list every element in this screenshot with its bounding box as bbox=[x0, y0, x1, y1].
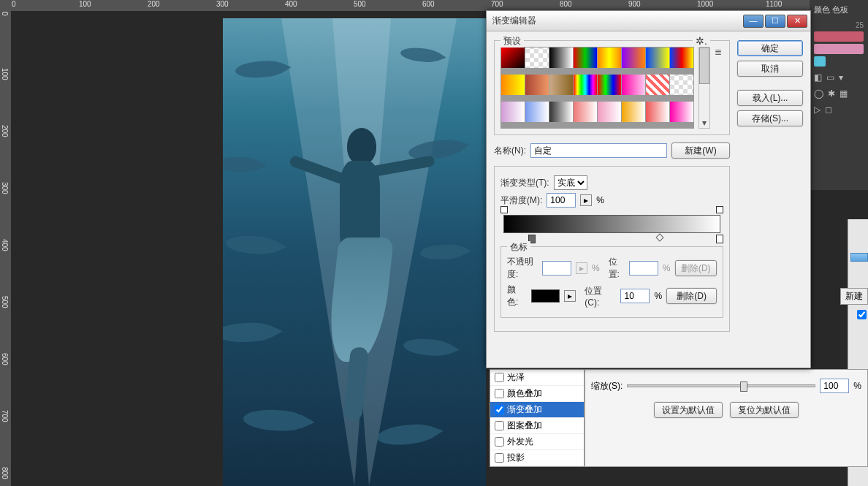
preset-swatch[interactable] bbox=[501, 102, 525, 122]
fx-checkbox[interactable] bbox=[495, 453, 504, 463]
load-button[interactable]: 载入(L)... bbox=[737, 90, 803, 106]
mask-icon[interactable]: ▭ bbox=[826, 72, 834, 83]
dialog-titlebar[interactable]: 渐变编辑器 — ☐ ✕ bbox=[487, 11, 810, 31]
position-label: 位置: bbox=[609, 256, 625, 281]
preset-swatch[interactable] bbox=[598, 75, 621, 95]
preset-swatch[interactable] bbox=[646, 48, 669, 68]
adjustments-icon[interactable]: ◧ bbox=[814, 72, 822, 83]
chevron-down-icon[interactable]: ▾ bbox=[839, 72, 843, 83]
preset-swatch[interactable] bbox=[598, 102, 621, 122]
gradient-editor-dialog: 渐变编辑器 — ☐ ✕ 预设 ✲. ▴ ▾ ≣ bbox=[486, 10, 811, 368]
preset-swatch[interactable] bbox=[549, 48, 573, 68]
preset-swatch[interactable] bbox=[622, 75, 645, 95]
opacity-stop-left[interactable] bbox=[500, 206, 508, 213]
color-swatch[interactable] bbox=[814, 31, 864, 42]
document-canvas[interactable] bbox=[223, 18, 486, 486]
fx-item-gradient-overlay[interactable]: 渐变叠加 bbox=[490, 402, 584, 418]
smoothness-label: 平滑度(M): bbox=[500, 194, 542, 207]
color-label: 颜色: bbox=[507, 284, 527, 308]
fx-item-drop-shadow[interactable]: 投影 bbox=[490, 450, 584, 466]
gradient-type-select[interactable]: 实底 bbox=[554, 175, 587, 190]
preset-swatch[interactable] bbox=[501, 48, 525, 68]
triangle-icon[interactable]: ▷ bbox=[814, 105, 821, 115]
dialog-title: 渐变编辑器 bbox=[492, 15, 743, 27]
fx-checkbox[interactable] bbox=[495, 389, 504, 398]
midpoint-diamond[interactable] bbox=[655, 233, 663, 241]
grid-icon[interactable]: ▦ bbox=[840, 88, 848, 99]
preset-swatch[interactable] bbox=[598, 48, 621, 68]
fx-checkbox[interactable] bbox=[495, 405, 504, 414]
preset-swatch[interactable] bbox=[574, 48, 597, 68]
square-icon[interactable]: ◻ bbox=[825, 105, 832, 115]
delete-stop-button-2[interactable]: 删除(D) bbox=[666, 288, 717, 304]
fx-checkbox[interactable] bbox=[495, 421, 504, 430]
scale-slider[interactable] bbox=[627, 384, 815, 387]
color-group-icon[interactable]: ✱ bbox=[828, 88, 835, 99]
ok-button[interactable]: 确定 bbox=[737, 40, 803, 56]
gear-icon[interactable]: ✲. bbox=[693, 35, 710, 47]
scrollbar-thumb[interactable] bbox=[699, 48, 709, 84]
minimize-button[interactable]: — bbox=[743, 15, 764, 28]
checkbox-hint[interactable] bbox=[857, 310, 867, 322]
stops-fieldset: 色标 不透明度: ▸ % 位置: % 删除(D) 颜色: bbox=[500, 246, 723, 318]
cancel-button[interactable]: 取消 bbox=[737, 61, 803, 77]
preset-swatch[interactable] bbox=[646, 102, 669, 122]
panel-tabs[interactable]: 颜色 色板 bbox=[814, 4, 864, 15]
scale-label: 缩放(S): bbox=[591, 380, 623, 392]
presets-fieldset: 预设 ✲. ▴ ▾ ≣ bbox=[494, 40, 730, 135]
preset-swatch[interactable] bbox=[549, 75, 573, 95]
preset-swatch[interactable] bbox=[670, 102, 693, 122]
opacity-stop-right[interactable] bbox=[716, 206, 723, 213]
opacity-input bbox=[542, 261, 571, 276]
reset-default-button[interactable]: 复位为默认值 bbox=[730, 402, 799, 418]
preset-swatch[interactable] bbox=[646, 75, 669, 95]
close-button[interactable]: ✕ bbox=[787, 15, 807, 28]
fx-item-outer-glow[interactable]: 外发光 bbox=[490, 434, 584, 450]
preset-swatch[interactable] bbox=[670, 75, 693, 95]
preset-swatch[interactable] bbox=[525, 48, 549, 68]
position-input-1 bbox=[629, 261, 658, 276]
ring-icon[interactable]: ◯ bbox=[814, 88, 823, 99]
figure-silhouette bbox=[303, 106, 413, 420]
fx-item-pattern-overlay[interactable]: 图案叠加 bbox=[490, 418, 584, 434]
preset-swatch[interactable] bbox=[525, 102, 549, 122]
preset-swatch[interactable] bbox=[670, 48, 693, 68]
delete-stop-button-1: 删除(D) bbox=[675, 260, 717, 276]
blue-button-hint[interactable] bbox=[850, 253, 868, 262]
name-input[interactable] bbox=[530, 143, 667, 158]
new-button[interactable]: 新建(W) bbox=[671, 143, 730, 159]
color-stop-right[interactable] bbox=[716, 235, 723, 243]
color-swatch[interactable] bbox=[814, 56, 826, 67]
gradient-bar[interactable] bbox=[503, 215, 720, 233]
maximize-button[interactable]: ☐ bbox=[765, 15, 785, 28]
color-swatch[interactable] bbox=[814, 44, 864, 54]
presets-grid bbox=[500, 47, 694, 129]
set-default-button[interactable]: 设置为默认值 bbox=[654, 402, 723, 418]
fx-checkbox[interactable] bbox=[495, 373, 504, 382]
color-swatches-panel: 颜色 色板 25 ◧ ▭ ▾ ◯ ✱ ▦ ▷ ◻ bbox=[810, 0, 868, 190]
fx-item-color-overlay[interactable]: 颜色叠加 bbox=[490, 386, 584, 402]
dropdown-arrow-icon[interactable]: ▸ bbox=[580, 194, 592, 206]
gradient-type-label: 渐变类型(T): bbox=[500, 177, 549, 189]
preset-swatch[interactable] bbox=[622, 102, 645, 122]
position-input-2[interactable] bbox=[620, 289, 650, 303]
preset-swatch[interactable] bbox=[501, 75, 525, 95]
position-c-label: 位置(C): bbox=[585, 285, 616, 308]
preset-swatch[interactable] bbox=[574, 102, 597, 122]
fx-checkbox[interactable] bbox=[495, 437, 504, 447]
scale-value[interactable] bbox=[820, 379, 849, 393]
preset-swatch[interactable] bbox=[549, 102, 573, 122]
ruler-horizontal: 0 100 200 300 400 500 600 700 800 900 10… bbox=[11, 0, 868, 11]
presets-scrollbar[interactable]: ▴ ▾ bbox=[698, 47, 710, 129]
color-swatch-picker[interactable] bbox=[531, 289, 560, 303]
fx-item-sheen[interactable]: 光泽 bbox=[490, 370, 584, 386]
smoothness-input[interactable] bbox=[547, 193, 576, 208]
color-dropdown-icon[interactable]: ▸ bbox=[564, 290, 576, 302]
preset-swatch[interactable] bbox=[525, 75, 549, 95]
save-button[interactable]: 存储(S)... bbox=[737, 110, 803, 126]
presets-menu-icon[interactable]: ≣ bbox=[715, 47, 723, 129]
presets-label: 预设 bbox=[500, 35, 524, 48]
new-gradient-hint[interactable]: 新建 bbox=[840, 288, 868, 305]
preset-swatch[interactable] bbox=[622, 48, 645, 68]
preset-swatch[interactable] bbox=[574, 75, 597, 95]
